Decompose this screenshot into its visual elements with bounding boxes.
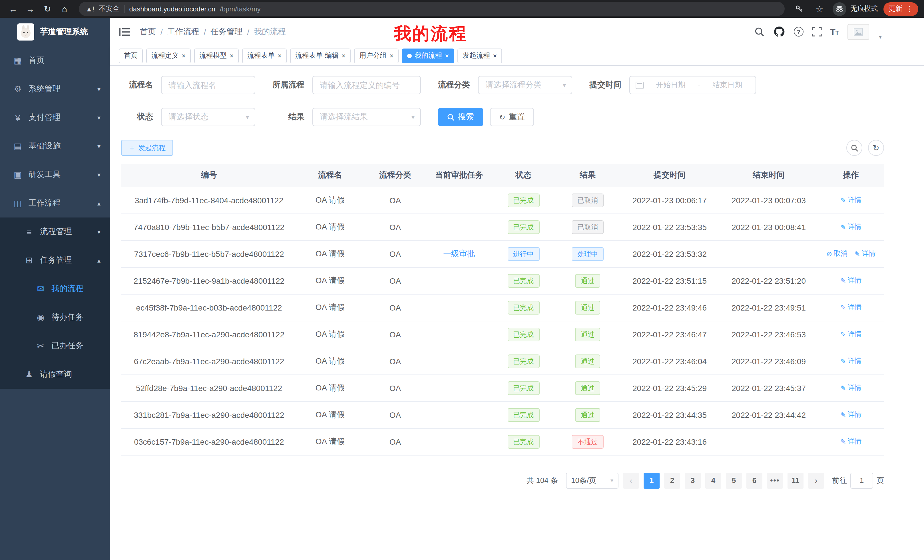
- status-badge: 已完成: [507, 327, 539, 341]
- cancel-link[interactable]: ⊘取消: [826, 249, 848, 259]
- fullscreen-icon[interactable]: [812, 27, 822, 36]
- detail-link[interactable]: ✎详情: [840, 383, 861, 393]
- cell-status: 进行中: [491, 240, 556, 267]
- tab-home[interactable]: 首页: [119, 48, 143, 63]
- browser-back-icon[interactable]: ←: [6, 1, 21, 16]
- detail-link[interactable]: ✎详情: [854, 249, 876, 259]
- goto-page-input[interactable]: [850, 472, 873, 488]
- browser-reload-icon[interactable]: ↻: [40, 1, 55, 16]
- pager-page-11[interactable]: 11: [788, 472, 804, 488]
- submit-time-range-picker[interactable]: 开始日期 - 结束日期: [629, 76, 756, 94]
- start-process-button[interactable]: ＋ 发起流程: [121, 140, 173, 156]
- breadcrumb-link[interactable]: 首页: [140, 27, 156, 37]
- detail-label: 详情: [848, 329, 861, 339]
- sidebar-logo[interactable]: 芋道管理系统: [0, 18, 110, 46]
- github-icon[interactable]: [773, 26, 785, 38]
- pager-page-1[interactable]: 1: [644, 472, 660, 488]
- cell-name: OA 请假: [297, 428, 363, 455]
- sidebar-item-my-process[interactable]: ✉我的流程: [0, 275, 110, 303]
- detail-link[interactable]: ✎详情: [840, 196, 861, 205]
- task-link[interactable]: 一级审批: [443, 249, 475, 258]
- update-button[interactable]: 更新 ⋮: [884, 2, 918, 16]
- show-search-button[interactable]: [846, 140, 862, 156]
- avatar[interactable]: [848, 24, 869, 40]
- breadcrumb: 首页/工作流程/任务管理/我的流程: [140, 27, 286, 37]
- detail-link[interactable]: ✎详情: [840, 437, 861, 447]
- help-icon[interactable]: ?: [794, 27, 803, 36]
- sidebar-menu: ▦首页⚙系统管理▾¥支付管理▾▤基础设施▾▣研发工具▾◫工作流程▴≡流程管理▾⊞…: [0, 46, 110, 389]
- menu-dots-icon[interactable]: ⋮: [906, 4, 913, 13]
- close-icon[interactable]: ×: [230, 52, 234, 59]
- prev-page-button[interactable]: ‹: [623, 472, 639, 488]
- process-name-input[interactable]: [161, 76, 255, 94]
- detail-link[interactable]: ✎详情: [840, 303, 861, 313]
- sidebar-item-label: 工作流程: [28, 198, 60, 208]
- sidebar-item-payment-mgmt[interactable]: ¥支付管理▾: [0, 103, 110, 132]
- tab-process-form[interactable]: 流程表单×: [242, 48, 286, 63]
- sidebar-item-dev-tools[interactable]: ▣研发工具▾: [0, 160, 110, 189]
- page-size-select[interactable]: 10条/页 ▾: [566, 472, 618, 488]
- browser-forward-icon[interactable]: →: [23, 1, 38, 16]
- sidebar-item-task-mgmt[interactable]: ⊞任务管理▴: [0, 246, 110, 275]
- search-icon[interactable]: [754, 27, 764, 37]
- search-button[interactable]: 搜索: [438, 108, 483, 126]
- sidebar-item-system-mgmt[interactable]: ⚙系统管理▾: [0, 75, 110, 103]
- close-icon[interactable]: ×: [445, 52, 449, 59]
- browser-chrome: ← → ↻ ⌂ ▲! 不安全 dashboard.yudao.iocoder.c…: [0, 0, 924, 18]
- result-select[interactable]: 请选择流结果 ▾: [312, 108, 421, 126]
- cell-end-time: 2022-01-22 23:45:37: [720, 374, 818, 401]
- table-row: 7317cec6-7b9b-11ec-b5b7-acde48001122OA 请…: [121, 240, 884, 267]
- detail-link[interactable]: ✎详情: [840, 276, 861, 286]
- sidebar-item-leave-query[interactable]: ♟请假查询: [0, 360, 110, 389]
- detail-link[interactable]: ✎详情: [840, 222, 861, 232]
- tab-user-group[interactable]: 用户分组×: [354, 48, 399, 63]
- close-icon[interactable]: ×: [182, 52, 186, 59]
- task-mgmt-icon: ⊞: [23, 255, 35, 265]
- sidebar-toggle-icon[interactable]: [118, 26, 131, 37]
- status-select[interactable]: 请选择状态 ▾: [161, 108, 255, 126]
- reset-button[interactable]: ↻ 重置: [490, 108, 534, 126]
- tab-my-process[interactable]: 我的流程×: [402, 48, 454, 63]
- sidebar-item-home[interactable]: ▦首页: [0, 46, 110, 75]
- close-icon[interactable]: ×: [390, 52, 393, 59]
- tab-start-process[interactable]: 发起流程×: [458, 48, 502, 63]
- owner-process-input[interactable]: [312, 76, 421, 94]
- browser-home-icon[interactable]: ⌂: [57, 1, 72, 16]
- sidebar-item-workflow[interactable]: ◫工作流程▴: [0, 189, 110, 217]
- table-row: 819442e8-7b9a-11ec-a290-acde48001122OA 请…: [121, 321, 884, 347]
- close-icon[interactable]: ×: [342, 52, 345, 59]
- sidebar-item-done-tasks[interactable]: ✂已办任务: [0, 332, 110, 360]
- pager-page-5[interactable]: 5: [726, 472, 742, 488]
- tab-process-form-edit[interactable]: 流程表单-编辑×: [290, 48, 351, 63]
- pager-more[interactable]: •••: [767, 472, 783, 488]
- pager-page-3[interactable]: 3: [685, 472, 701, 488]
- chevron-down-icon[interactable]: ▾: [879, 33, 882, 40]
- cell-submit-time: 2022-01-23 00:06:17: [620, 187, 720, 214]
- key-icon[interactable]: [792, 1, 806, 16]
- font-size-icon[interactable]: TT: [830, 27, 839, 36]
- sidebar-item-process-mgmt[interactable]: ≡流程管理▾: [0, 217, 110, 246]
- sidebar-item-infrastructure[interactable]: ▤基础设施▾: [0, 132, 110, 160]
- breadcrumb-separator: /: [204, 27, 206, 36]
- pager-page-4[interactable]: 4: [705, 472, 721, 488]
- next-page-button[interactable]: ›: [808, 472, 824, 488]
- detail-link[interactable]: ✎详情: [840, 329, 861, 339]
- cell-end-time: 2022-01-23 00:08:41: [720, 214, 818, 240]
- category-select[interactable]: 请选择流程分类 ▾: [478, 76, 572, 94]
- breadcrumb-link[interactable]: 工作流程: [167, 27, 199, 37]
- close-icon[interactable]: ×: [278, 52, 282, 59]
- bookmark-star-icon[interactable]: ☆: [812, 1, 827, 16]
- tab-process-model[interactable]: 流程模型×: [194, 48, 239, 63]
- refresh-table-button[interactable]: ↻: [868, 140, 884, 156]
- sidebar-item-todo-tasks[interactable]: ◉待办任务: [0, 303, 110, 332]
- pager-page-2[interactable]: 2: [664, 472, 680, 488]
- close-icon[interactable]: ×: [493, 52, 497, 59]
- detail-link[interactable]: ✎详情: [840, 410, 861, 420]
- red-annotation-text: 我的流程: [394, 22, 467, 46]
- chevron-down-icon: ▾: [98, 142, 100, 150]
- detail-link[interactable]: ✎详情: [840, 356, 861, 366]
- tab-process-definition[interactable]: 流程定义×: [146, 48, 191, 63]
- breadcrumb-link[interactable]: 任务管理: [211, 27, 243, 37]
- pager-page-6[interactable]: 6: [746, 472, 762, 488]
- address-bar[interactable]: ▲! 不安全 dashboard.yudao.iocoder.cn /bpm/t…: [79, 2, 784, 16]
